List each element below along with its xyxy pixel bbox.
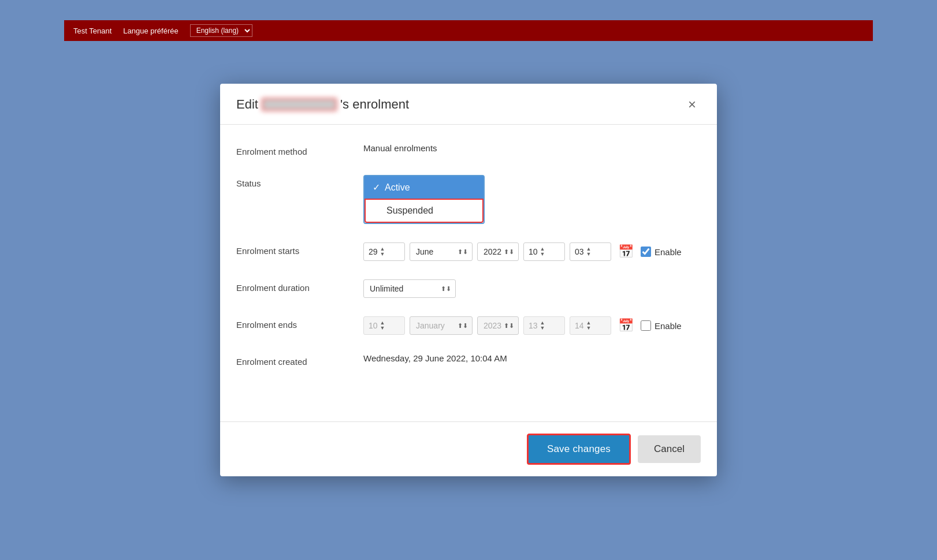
language-label: Langue préférée [123,27,178,35]
ends-hour-value: 13 [529,321,538,330]
ends-day-value: 10 [369,321,378,330]
status-row: Status ✓ Active Suspended [236,175,701,224]
starts-year-select[interactable]: 202220212023 [477,242,519,261]
starts-month-wrapper: June JanuaryFebruaryMarch AprilMayJuly A… [410,242,473,261]
duration-wrapper: Unlimited Days Weeks Months Years ⬆⬇ [363,279,456,298]
ends-hour-arrows[interactable]: ▲▼ [540,320,545,331]
tenant-name: Test Tenant [73,27,111,35]
starts-enable-text: Enable [655,247,682,257]
modal-title: Edit 's enrolment [236,97,409,112]
title-prefix: Edit [236,97,258,112]
enrolment-starts-label: Enrolment starts [236,242,363,256]
starts-date-row: 29 ▲▼ June JanuaryFebruaryMarch AprilMay… [363,242,701,261]
starts-year-wrapper: 202220212023 ⬆⬇ [477,242,519,261]
background-bar: Test Tenant Langue préférée English (lan… [64,20,873,41]
starts-hour-arrows[interactable]: ▲▼ [540,247,545,257]
status-option-suspended[interactable]: Suspended [365,199,484,223]
enrolment-ends-control: 10 ▲▼ January FebruaryMarchApril MayJune… [363,316,701,335]
blurred-username [262,98,337,111]
enrolment-created-value: Wednesday, 29 June 2022, 10:04 AM [363,350,507,363]
starts-day-spinner[interactable]: 29 ▲▼ [363,242,405,261]
checkmark-icon: ✓ [373,182,380,193]
starts-enable-checkbox[interactable] [641,247,651,257]
starts-hour-spinner[interactable]: 10 ▲▼ [523,242,565,261]
enrolment-created-row: Enrolment created Wednesday, 29 June 202… [236,353,701,367]
save-changes-button[interactable]: Save changes [527,434,631,465]
status-select-display[interactable]: ✓ Active Suspended [363,175,485,224]
ends-month-wrapper: January FebruaryMarchApril MayJuneJuly A… [410,316,473,335]
starts-enable-label[interactable]: Enable [641,247,682,257]
starts-minute-value: 03 [575,247,584,256]
starts-hour-value: 10 [529,247,538,256]
enrolment-duration-row: Enrolment duration Unlimited Days Weeks … [236,279,701,298]
enrolment-method-value: Manual enrolments [363,140,437,153]
ends-calendar-icon[interactable]: 📅 [618,318,634,333]
enrolment-ends-label: Enrolment ends [236,316,363,330]
enrolment-method-label: Enrolment method [236,143,363,156]
active-label: Active [385,182,410,193]
ends-year-select[interactable]: 202320222024 [477,316,519,335]
starts-minute-arrows[interactable]: ▲▼ [586,247,592,257]
status-option-active[interactable]: ✓ Active [365,176,484,199]
ends-enable-text: Enable [655,321,682,331]
suspended-label: Suspended [386,206,433,215]
edit-enrolment-modal: Edit 's enrolment × Enrolment method Man… [220,84,717,476]
ends-day-arrows[interactable]: ▲▼ [380,320,385,331]
enrolment-starts-control: 29 ▲▼ June JanuaryFebruaryMarch AprilMay… [363,242,701,261]
ends-enable-checkbox[interactable] [641,320,651,331]
enrolment-created-control: Wednesday, 29 June 2022, 10:04 AM [363,353,701,363]
ends-minute-arrows[interactable]: ▲▼ [586,320,592,331]
ends-day-spinner[interactable]: 10 ▲▼ [363,316,405,335]
modal-header: Edit 's enrolment × [220,84,717,125]
ends-minute-spinner[interactable]: 14 ▲▼ [570,316,611,335]
modal-body: Enrolment method Manual enrolments Statu… [220,125,717,421]
language-select[interactable]: English (lang) [190,24,252,37]
enrolment-ends-row: Enrolment ends 10 ▲▼ January FebruaryMar… [236,316,701,335]
ends-year-wrapper: 202320222024 ⬆⬇ [477,316,519,335]
duration-select[interactable]: Unlimited Days Weeks Months Years [363,279,456,298]
status-label: Status [236,175,363,188]
starts-day-value: 29 [369,247,378,256]
enrolment-duration-label: Enrolment duration [236,279,363,293]
ends-minute-value: 14 [575,321,584,330]
ends-month-select[interactable]: January FebruaryMarchApril MayJuneJuly A… [410,316,473,335]
ends-enable-label[interactable]: Enable [641,320,682,331]
enrolment-starts-row: Enrolment starts 29 ▲▼ June JanuaryFebru… [236,242,701,261]
modal-footer: Save changes Cancel [220,421,717,476]
starts-day-arrows[interactable]: ▲▼ [380,247,385,257]
status-control: ✓ Active Suspended [363,175,701,224]
starts-month-select[interactable]: June JanuaryFebruaryMarch AprilMayJuly A… [410,242,473,261]
status-dropdown[interactable]: ✓ Active Suspended [363,175,485,224]
close-button[interactable]: × [683,95,701,114]
title-suffix: 's enrolment [340,97,409,112]
enrolment-method-row: Enrolment method Manual enrolments [236,143,701,156]
cancel-button[interactable]: Cancel [638,435,701,463]
starts-minute-spinner[interactable]: 03 ▲▼ [570,242,611,261]
enrolment-method-control: Manual enrolments [363,143,701,153]
enrolment-duration-control: Unlimited Days Weeks Months Years ⬆⬇ [363,279,701,298]
enrolment-created-label: Enrolment created [236,353,363,367]
modal-overlay: Test Tenant Langue préférée English (lan… [64,20,873,540]
ends-date-row: 10 ▲▼ January FebruaryMarchApril MayJune… [363,316,701,335]
ends-hour-spinner[interactable]: 13 ▲▼ [523,316,565,335]
starts-calendar-icon[interactable]: 📅 [618,244,634,259]
